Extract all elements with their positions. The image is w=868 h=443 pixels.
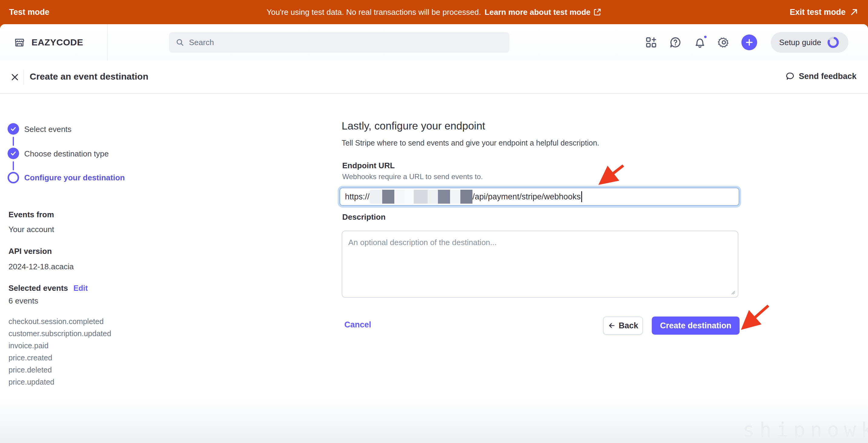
create-destination-button[interactable]: Create destination bbox=[652, 316, 740, 335]
settings-button[interactable] bbox=[715, 34, 732, 51]
step-current-icon bbox=[7, 172, 19, 183]
banner-message: You're using test data. No real transact… bbox=[267, 7, 481, 17]
close-button[interactable] bbox=[8, 70, 22, 84]
header: EAZYCODE Search bbox=[0, 24, 868, 61]
description-textarea[interactable]: An optional description of the destinati… bbox=[342, 231, 738, 298]
grid-plus-icon bbox=[645, 36, 657, 48]
search-placeholder: Search bbox=[189, 38, 214, 47]
step-complete-icon bbox=[7, 148, 19, 159]
endpoint-url-input[interactable]: https:///api/payment/stripe/webhooks bbox=[340, 188, 739, 206]
step-choose-destination-type[interactable]: Choose destination type bbox=[24, 149, 109, 159]
setup-guide-button[interactable]: Setup guide bbox=[771, 32, 848, 53]
selected-events-list: checkout.session.completed customer.subs… bbox=[8, 315, 111, 388]
learn-more-link[interactable]: Learn more about test mode bbox=[485, 7, 601, 17]
event-item: price.created bbox=[8, 352, 111, 364]
watermark: shipnowkit bbox=[743, 418, 868, 442]
annotation-arrow-create bbox=[745, 306, 768, 326]
event-item: price.updated bbox=[8, 376, 111, 388]
external-link-icon bbox=[594, 8, 601, 16]
event-item: price.deleted bbox=[8, 364, 111, 376]
step-connector bbox=[13, 137, 14, 146]
plus-icon bbox=[745, 38, 753, 46]
annotation-arrow-endpoint bbox=[603, 166, 623, 181]
search-icon bbox=[176, 38, 184, 46]
feedback-bubble-icon bbox=[785, 71, 795, 81]
gear-icon bbox=[718, 36, 730, 48]
setup-progress-ring bbox=[827, 36, 840, 49]
help-button[interactable] bbox=[667, 34, 684, 51]
page: Test mode You're using test data. No rea… bbox=[0, 0, 868, 443]
endpoint-url-helper: Webhooks require a URL to send events to… bbox=[342, 172, 483, 181]
arrow-left-icon bbox=[608, 322, 616, 330]
apps-button[interactable] bbox=[643, 34, 660, 51]
search-input[interactable]: Search bbox=[169, 32, 509, 53]
description-placeholder: An optional description of the destinati… bbox=[348, 238, 497, 247]
url-prefix: https:// bbox=[345, 192, 370, 202]
toolbar-divider bbox=[24, 70, 24, 84]
step-select-events[interactable]: Select events bbox=[24, 125, 71, 134]
bottom-fade bbox=[0, 398, 868, 443]
brand-name: EAZYCODE bbox=[31, 37, 83, 47]
endpoint-url-label: Endpoint URL bbox=[342, 161, 395, 170]
check-icon bbox=[10, 150, 17, 157]
close-icon bbox=[10, 73, 20, 82]
send-feedback-button[interactable]: Send feedback bbox=[785, 71, 857, 81]
help-icon bbox=[669, 36, 681, 48]
test-mode-label: Test mode bbox=[9, 7, 50, 17]
page-title: Create an event destination bbox=[30, 71, 148, 82]
storefront-icon bbox=[14, 37, 25, 48]
text-cursor bbox=[581, 191, 582, 202]
resize-handle-icon[interactable] bbox=[730, 289, 735, 295]
step-complete-icon bbox=[7, 123, 19, 135]
api-version-label: API version bbox=[8, 247, 52, 256]
event-item: checkout.session.completed bbox=[8, 315, 111, 328]
back-button[interactable]: Back bbox=[603, 316, 643, 335]
create-new-button[interactable] bbox=[741, 34, 757, 50]
exit-test-mode-button[interactable]: Exit test mode bbox=[789, 7, 858, 17]
redacted-url-segment bbox=[370, 190, 472, 204]
notifications-button[interactable] bbox=[691, 34, 708, 51]
events-from-value: Your account bbox=[8, 225, 54, 234]
notification-dot bbox=[703, 34, 708, 39]
header-divider bbox=[107, 24, 107, 61]
cancel-button[interactable]: Cancel bbox=[344, 320, 371, 330]
account-switcher[interactable]: EAZYCODE bbox=[14, 24, 83, 61]
events-from-label: Events from bbox=[8, 210, 54, 219]
arrow-up-right-icon bbox=[850, 8, 858, 16]
events-count: 6 events bbox=[8, 296, 38, 306]
step-connector bbox=[13, 161, 14, 170]
selected-events-label: Selected eventsEdit bbox=[8, 283, 88, 293]
form-heading: Lastly, configure your endpoint bbox=[342, 120, 485, 132]
event-item: customer.subscription.updated bbox=[8, 328, 111, 340]
edit-events-link[interactable]: Edit bbox=[73, 284, 88, 292]
url-suffix: /api/payment/stripe/webhooks bbox=[472, 192, 581, 202]
step-configure-destination[interactable]: Configure your destination bbox=[24, 173, 125, 182]
check-icon bbox=[10, 126, 17, 132]
setup-guide-label: Setup guide bbox=[779, 38, 822, 47]
event-item: invoice.paid bbox=[8, 340, 111, 352]
description-label: Description bbox=[342, 212, 385, 222]
dialog-toolbar: Create an event destination Send feedbac… bbox=[0, 61, 868, 94]
api-version-value: 2024-12-18.acacia bbox=[8, 262, 73, 271]
form-subheading: Tell Stripe where to send events and giv… bbox=[342, 139, 599, 147]
app-sheet: EAZYCODE Search bbox=[0, 24, 868, 443]
